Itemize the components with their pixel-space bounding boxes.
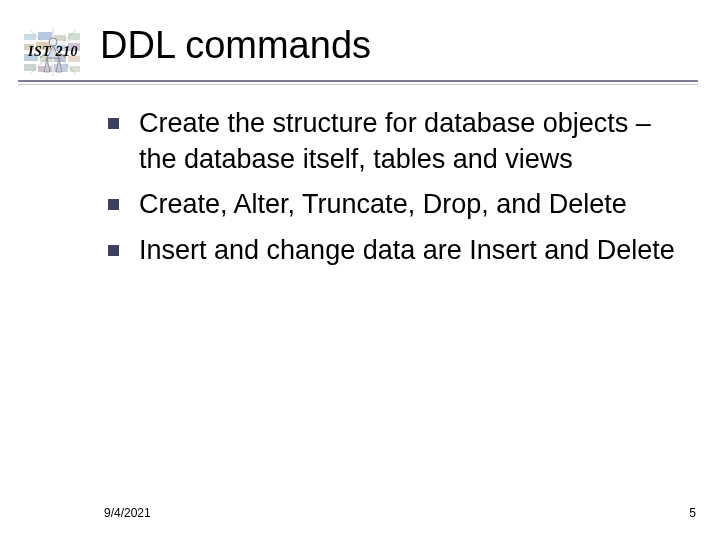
svg-rect-5 xyxy=(24,44,34,50)
svg-rect-6 xyxy=(36,42,50,50)
bullet-text: Insert and change data are Insert and De… xyxy=(139,233,680,269)
bullet-text: Create the structure for database object… xyxy=(139,106,680,177)
svg-rect-8 xyxy=(68,43,80,51)
slide-body: Create the structure for database object… xyxy=(108,106,680,279)
svg-rect-12 xyxy=(68,56,80,62)
svg-rect-9 xyxy=(24,54,38,61)
list-item: Create the structure for database object… xyxy=(108,106,680,177)
bullet-icon xyxy=(108,245,119,256)
svg-rect-16 xyxy=(70,66,80,72)
svg-rect-1 xyxy=(24,34,36,40)
list-item: Insert and change data are Insert and De… xyxy=(108,233,680,269)
footer-page-number: 5 xyxy=(689,506,696,520)
bullet-icon xyxy=(108,118,119,129)
svg-rect-2 xyxy=(38,32,52,40)
list-item: Create, Alter, Truncate, Drop, and Delet… xyxy=(108,187,680,223)
bullet-text: Create, Alter, Truncate, Drop, and Delet… xyxy=(139,187,680,223)
svg-point-20 xyxy=(49,38,57,46)
bullet-icon xyxy=(108,199,119,210)
slide: IST 210 DDL commands Create the structur… xyxy=(0,0,720,540)
logo-icon xyxy=(22,28,84,76)
footer-date: 9/4/2021 xyxy=(104,506,151,520)
title-underline xyxy=(18,80,698,82)
svg-rect-4 xyxy=(68,33,80,40)
slide-header: IST 210 DDL commands xyxy=(0,28,720,84)
slide-title: DDL commands xyxy=(100,24,371,67)
